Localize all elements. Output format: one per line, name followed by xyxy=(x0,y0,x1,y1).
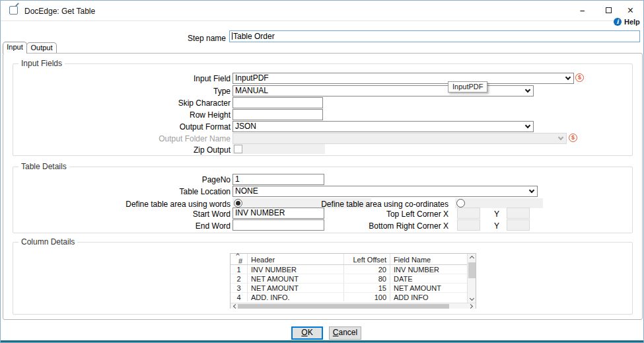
help-link[interactable]: i Help xyxy=(614,17,643,26)
window-title: DocEdge: Get Table xyxy=(24,7,95,16)
step-name-input[interactable]: Table Order xyxy=(229,30,640,42)
type-label: Type xyxy=(67,87,231,96)
output-folder-name-label: Output Folder Name xyxy=(67,134,231,144)
define-coords-band xyxy=(455,198,543,208)
group-input-fields-title: Input Fields xyxy=(18,59,65,68)
text-caret xyxy=(232,32,233,40)
cell-field-name: NET AMOUNT xyxy=(394,284,466,292)
column-header-field-name[interactable]: Field Name xyxy=(394,256,463,264)
window-bottom-edge xyxy=(1,340,643,342)
chevron-down-icon xyxy=(555,134,565,143)
scroll-up-button[interactable] xyxy=(468,254,476,261)
maximize-icon xyxy=(606,7,612,13)
chevron-left-icon xyxy=(233,304,238,309)
zip-output-band xyxy=(233,144,325,154)
skip-character-input[interactable] xyxy=(233,97,323,108)
page-no-label: PageNo xyxy=(67,175,231,185)
grid-row[interactable]: 4 ADD. INFO. 100 ADD INFO xyxy=(231,293,468,302)
cell-left-offset: 15 xyxy=(343,284,386,292)
top-left-x-input xyxy=(457,208,480,219)
table-location-value: NONE xyxy=(235,186,258,196)
input-field-tooltip: InputPDF xyxy=(448,81,487,93)
app-icon xyxy=(9,6,18,15)
start-word-label: Start Word xyxy=(67,210,231,219)
ok-button-label: OK xyxy=(293,328,322,338)
minimize-button[interactable]: – xyxy=(572,3,592,18)
input-field-label: Input Field xyxy=(67,74,231,84)
cell-header: ADD. INFO. xyxy=(251,293,342,301)
cell-field-name: INV NUMBER xyxy=(394,266,466,274)
cell-num: 4 xyxy=(231,293,247,301)
column-details-grid: # Header Left Offset Field Name 1 INV NU… xyxy=(230,253,476,309)
row-height-label: Row Height xyxy=(67,110,231,120)
cell-header: NET AMOUNT xyxy=(251,275,342,283)
row-height-input[interactable] xyxy=(233,109,323,120)
chevron-down-icon xyxy=(470,296,474,301)
cell-field-name: DATE xyxy=(394,275,466,283)
grid-header-row: # Header Left Offset Field Name xyxy=(231,254,468,265)
chevron-up-icon xyxy=(470,256,474,260)
top-left-corner-label: Top Left Corner X xyxy=(285,210,448,219)
vertical-scrollbar[interactable] xyxy=(467,254,476,303)
scroll-down-button[interactable] xyxy=(468,295,476,303)
title-bar: DocEdge: Get Table – × xyxy=(1,1,643,20)
cell-left-offset: 20 xyxy=(343,266,386,274)
zip-output-label: Zip Output xyxy=(67,145,231,155)
horizontal-scroll-thumb[interactable] xyxy=(238,304,449,309)
step-name-value: Table Order xyxy=(233,32,275,41)
cancel-button[interactable]: Cancel xyxy=(329,326,361,340)
input-field-combobox[interactable]: InputPDF xyxy=(233,73,574,84)
horizontal-scrollbar[interactable] xyxy=(231,303,476,309)
vertical-scroll-thumb[interactable] xyxy=(468,262,476,278)
zip-output-checkbox[interactable] xyxy=(234,145,242,153)
type-combobox[interactable]: MANUAL xyxy=(233,85,534,96)
top-left-y-input xyxy=(507,208,530,219)
output-format-label: Output Format xyxy=(67,122,231,132)
chevron-down-icon xyxy=(526,187,536,196)
chevron-down-icon xyxy=(522,87,532,95)
bottom-right-y-label: Y xyxy=(494,221,502,231)
ok-button[interactable]: OK xyxy=(291,326,323,340)
titlebar-divider xyxy=(1,20,614,21)
define-words-label: Define table area using words xyxy=(67,200,231,210)
column-header-left-offset[interactable]: Left Offset xyxy=(343,256,386,264)
cell-left-offset: 100 xyxy=(343,293,386,301)
output-format-combobox[interactable]: JSON xyxy=(233,121,534,132)
grid-row[interactable]: 2 NET AMOUNT 80 DATE xyxy=(231,274,468,284)
top-left-y-label: Y xyxy=(494,210,502,219)
close-icon: × xyxy=(627,5,633,17)
define-coords-radio[interactable] xyxy=(456,199,465,208)
group-column-details-title: Column Details xyxy=(18,237,77,247)
cell-num: 1 xyxy=(231,266,247,274)
chevron-down-icon xyxy=(522,122,532,131)
maximize-button[interactable] xyxy=(598,3,619,18)
skip-character-label: Skip Character xyxy=(67,98,231,108)
variable-icon[interactable]: $ xyxy=(575,73,584,82)
end-word-label: End Word xyxy=(67,221,231,231)
grid-row[interactable]: 1 INV NUMBER 20 INV NUMBER xyxy=(231,265,468,274)
tab-output[interactable]: Output xyxy=(26,42,57,53)
variable-icon[interactable]: $ xyxy=(569,133,577,142)
table-location-label: Table Location xyxy=(67,187,231,197)
grid-row[interactable]: 3 NET AMOUNT 15 NET AMOUNT xyxy=(231,284,468,293)
table-location-combobox[interactable]: NONE xyxy=(233,186,538,197)
info-icon: i xyxy=(614,18,622,26)
bottom-right-corner-label: Bottom Right Corner X xyxy=(285,221,448,231)
type-value: MANUAL xyxy=(235,86,268,95)
define-words-radio[interactable] xyxy=(234,199,242,208)
column-header-header[interactable]: Header xyxy=(251,256,337,264)
close-button[interactable]: × xyxy=(620,3,641,18)
help-label: Help xyxy=(624,18,640,26)
input-field-value: InputPDF xyxy=(235,73,269,83)
step-name-label: Step name xyxy=(133,34,226,44)
cancel-button-label: Cancel xyxy=(330,327,361,338)
tab-input[interactable]: Input xyxy=(3,42,27,54)
scroll-right-button[interactable] xyxy=(467,303,476,309)
chevron-down-icon xyxy=(563,74,573,83)
output-format-value: JSON xyxy=(235,122,256,131)
cell-header: NET AMOUNT xyxy=(251,284,342,292)
page-no-input[interactable]: 1 xyxy=(233,174,324,185)
cell-num: 2 xyxy=(231,275,247,283)
cell-header: INV NUMBER xyxy=(251,266,342,274)
group-table-details-title: Table Details xyxy=(18,162,69,171)
